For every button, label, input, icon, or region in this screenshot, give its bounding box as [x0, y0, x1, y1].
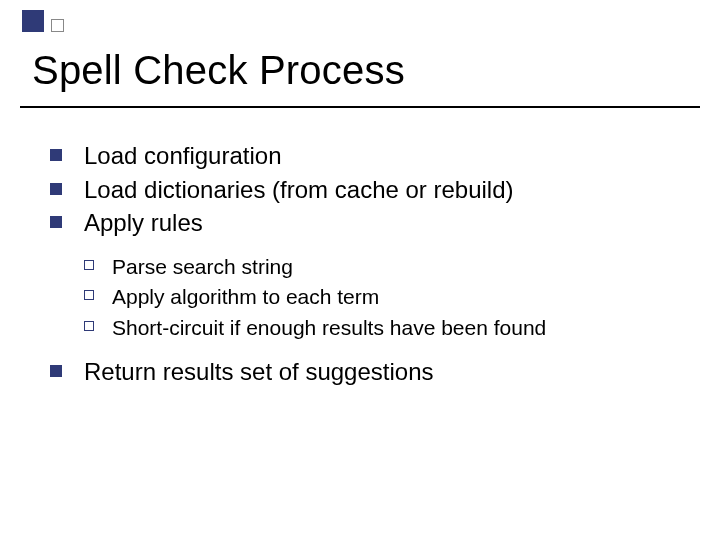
outline-square-icon [84, 260, 94, 270]
slide-title: Spell Check Process [32, 48, 405, 93]
filled-square-icon [50, 365, 62, 377]
title-underline [20, 106, 700, 108]
slide: Spell Check Process Load configuration L… [0, 0, 720, 540]
list-item-text: Return results set of suggestions [84, 358, 434, 385]
filled-square-icon [50, 216, 62, 228]
list-item: Parse search string [84, 253, 680, 281]
list-item-text: Load dictionaries (from cache or rebuild… [84, 176, 514, 203]
square-outline-icon [51, 19, 64, 32]
list-item-text: Apply algorithm to each term [112, 285, 379, 308]
list-item-text: Parse search string [112, 255, 293, 278]
list-item: Load configuration [50, 140, 680, 172]
list-item: Apply rules [50, 207, 680, 239]
list-item-text: Load configuration [84, 142, 281, 169]
outline-square-icon [84, 290, 94, 300]
filled-square-icon [50, 183, 62, 195]
list-item: Load dictionaries (from cache or rebuild… [50, 174, 680, 206]
filled-square-icon [50, 149, 62, 161]
sub-list: Parse search string Apply algorithm to e… [50, 253, 680, 342]
square-icon [22, 10, 44, 32]
list-item: Return results set of suggestions [50, 356, 680, 388]
list-item: Apply algorithm to each term [84, 283, 680, 311]
corner-decoration [22, 10, 64, 32]
list-item-text: Apply rules [84, 209, 203, 236]
list-item: Short-circuit if enough results have bee… [84, 314, 680, 342]
list-item-text: Short-circuit if enough results have bee… [112, 316, 546, 339]
slide-body: Load configuration Load dictionaries (fr… [50, 140, 680, 390]
outline-square-icon [84, 321, 94, 331]
